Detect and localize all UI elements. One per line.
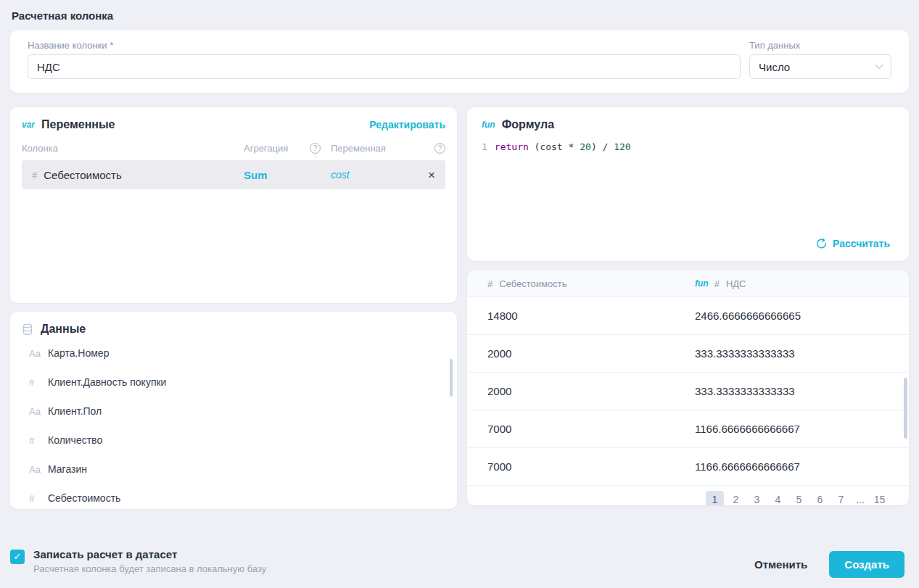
data-field-item[interactable]: # Себестоимость: [22, 484, 445, 509]
formula-title: Формула: [502, 118, 554, 131]
line-number: 1: [482, 141, 487, 152]
table-row: 7000 1166.6666666666667: [467, 410, 909, 448]
cell-cost: 14800: [467, 310, 695, 322]
number-type-icon: #: [29, 493, 48, 504]
fun-badge-icon: fun: [695, 278, 709, 289]
variables-table-header: Колонка Агрегация ? Переменная ?: [22, 131, 445, 160]
data-list-scrollbar[interactable]: [450, 359, 453, 397]
number-type-icon: #: [32, 170, 37, 181]
write-to-dataset-hint: Расчетная колонка будет записана в локал…: [33, 563, 266, 574]
cell-cost: 7000: [467, 460, 695, 473]
data-field-label: Количество: [48, 434, 102, 446]
code-number: 120: [614, 141, 630, 152]
variables-title: Переменные: [41, 118, 115, 131]
variable-row: # Себестоимость Sum cost ×: [22, 160, 445, 189]
results-table-panel: # Себестоимость fun # НДС 14800 2466.666…: [467, 270, 909, 505]
aggregation-value[interactable]: Sum: [244, 169, 331, 181]
data-panel: Данные Aa Карта.Номер # Клиент.Давность …: [10, 312, 457, 509]
create-button[interactable]: Создать: [829, 551, 904, 578]
remove-variable-icon[interactable]: ×: [418, 169, 435, 181]
database-icon: [22, 323, 33, 336]
variable-help-icon[interactable]: ?: [434, 143, 445, 154]
fun-badge-icon: fun: [482, 120, 495, 130]
calculate-button[interactable]: Рассчитать: [816, 238, 890, 249]
variable-alias: cost: [331, 169, 418, 181]
table-row: 7000 1166.6666666666667: [467, 448, 909, 486]
page-title: Расчетная колонка: [10, 0, 909, 30]
column-name-label: Название колонки *: [28, 40, 741, 51]
variables-panel: var Переменные Редактировать Колонка Агр…: [10, 107, 457, 303]
data-type-select[interactable]: Число: [749, 54, 891, 79]
cell-vat: 1166.6666666666667: [695, 423, 909, 435]
formula-code-editor[interactable]: 1return (cost * 20) / 120: [482, 141, 894, 152]
cell-vat: 333.3333333333333: [695, 385, 909, 397]
refresh-icon: [816, 239, 827, 249]
code-text: (cost *: [529, 141, 580, 152]
number-type-icon: #: [714, 278, 720, 289]
data-field-list: Aa Карта.Номер # Клиент.Давность покупки…: [22, 339, 445, 509]
column-header-variable: Переменная: [331, 143, 431, 154]
data-field-label: Карта.Номер: [48, 347, 109, 359]
table-row: 14800 2466.6666666666665: [467, 297, 909, 335]
data-field-label: Себестоимость: [48, 492, 120, 504]
code-keyword: return: [495, 141, 529, 152]
cell-cost: 7000: [467, 423, 695, 435]
edit-variables-link[interactable]: Редактировать: [369, 119, 445, 131]
page-button-3[interactable]: 3: [748, 491, 766, 506]
page-button-6[interactable]: 6: [811, 491, 829, 506]
results-table-scrollbar[interactable]: [904, 378, 907, 439]
data-field-item[interactable]: # Количество: [22, 426, 445, 455]
page-button-7[interactable]: 7: [832, 491, 850, 506]
aggregation-help-icon[interactable]: ?: [310, 143, 321, 154]
data-type-value: Число: [759, 61, 790, 73]
pagination-ellipsis: ...: [853, 494, 868, 505]
page-button-4[interactable]: 4: [769, 491, 787, 506]
data-field-item[interactable]: # Клиент.Давность покупки: [22, 368, 445, 397]
code-number: 20: [580, 141, 591, 152]
column-header-aggregation: Агрегация: [244, 143, 288, 154]
data-field-label: Клиент.Пол: [48, 405, 102, 417]
text-type-icon: Aa: [29, 348, 48, 359]
page-button-15[interactable]: 15: [870, 491, 889, 506]
formula-panel: fun Формула 1return (cost * 20) / 120 Ра…: [467, 107, 909, 261]
calculate-label: Рассчитать: [833, 238, 890, 249]
code-text: ) /: [591, 141, 614, 152]
page-button-5[interactable]: 5: [790, 491, 808, 506]
column-name-input[interactable]: [28, 54, 741, 79]
cell-vat: 2466.6666666666665: [695, 310, 909, 322]
cell-cost: 2000: [467, 347, 695, 360]
data-field-item[interactable]: Aa Магазин: [22, 455, 445, 484]
text-type-icon: Aa: [29, 464, 48, 475]
footer-bar: ✓ Записать расчет в датасет Расчетная ко…: [10, 548, 904, 578]
data-title: Данные: [41, 323, 86, 336]
cell-vat: 333.3333333333333: [695, 347, 909, 360]
modal-page: Расчетная колонка Название колонки * Тип…: [0, 0, 919, 588]
results-table-header: # Себестоимость fun # НДС: [467, 270, 909, 297]
table-row: 2000 333.3333333333333: [467, 373, 909, 410]
variable-column-name: Себестоимость: [44, 169, 122, 181]
var-badge-icon: var: [22, 120, 35, 130]
table-row: 2000 333.3333333333333: [467, 335, 909, 373]
write-to-dataset-checkbox[interactable]: ✓: [10, 550, 25, 564]
check-icon: ✓: [14, 551, 22, 562]
results-column-label: Себестоимость: [499, 278, 566, 289]
cancel-button[interactable]: Отменить: [754, 558, 807, 571]
data-field-label: Магазин: [48, 463, 87, 475]
results-column-label: НДС: [726, 278, 746, 289]
cell-cost: 2000: [467, 385, 695, 397]
number-type-icon: #: [487, 278, 493, 289]
data-field-label: Клиент.Давность покупки: [48, 376, 166, 388]
pagination: 1 2 3 4 5 6 7 ... 15: [467, 486, 909, 505]
column-header-column: Колонка: [22, 143, 244, 154]
cell-vat: 1166.6666666666667: [695, 460, 909, 473]
number-type-icon: #: [29, 435, 48, 446]
number-type-icon: #: [29, 377, 48, 388]
text-type-icon: Aa: [29, 406, 48, 417]
column-settings-card: Название колонки * Тип данных Число: [10, 30, 909, 93]
page-button-2[interactable]: 2: [727, 491, 745, 506]
data-field-item[interactable]: Aa Клиент.Пол: [22, 397, 445, 426]
data-field-item[interactable]: Aa Карта.Номер: [22, 339, 445, 368]
page-button-1[interactable]: 1: [706, 491, 724, 506]
chevron-down-icon: [875, 64, 883, 70]
write-to-dataset-label[interactable]: Записать расчет в датасет: [33, 548, 266, 560]
